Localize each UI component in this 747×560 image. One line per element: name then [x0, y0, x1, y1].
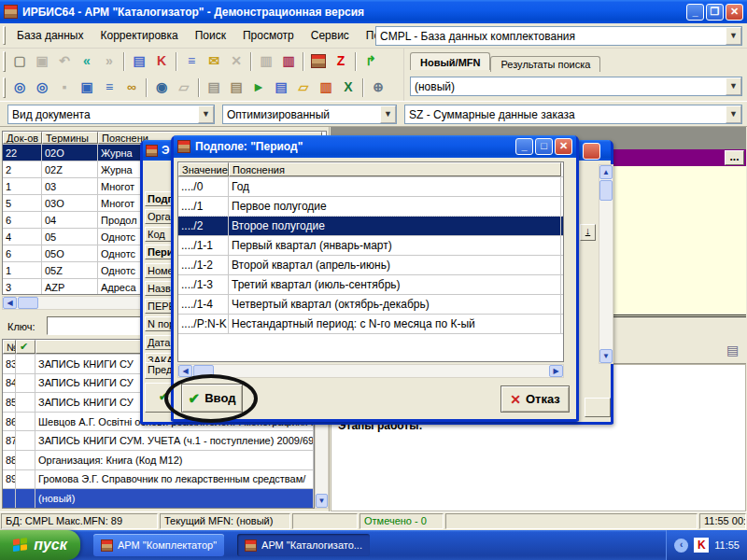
tree-icon[interactable]: ≡ — [180, 51, 203, 72]
close-button[interactable] — [583, 143, 600, 160]
format-combobox[interactable]: Оптимизированный ▼ — [222, 105, 397, 124]
menu-item[interactable]: Поиск — [187, 26, 234, 45]
menu-item[interactable]: Просмотр — [234, 26, 303, 45]
stage-print-icon[interactable]: ▤ — [726, 343, 739, 357]
kk-print-icon[interactable]: K — [150, 51, 173, 72]
z39-icon[interactable]: Z — [330, 51, 352, 72]
dialog-hscrollbar[interactable]: ◀ ▶ — [177, 364, 564, 378]
view-doc-icon[interactable]: ◎ — [8, 77, 31, 98]
table-row[interactable]: 88Организация: Книга (Код М12) — [3, 451, 314, 470]
scroll-left-icon[interactable]: ◀ — [3, 297, 17, 309]
menu-item[interactable]: База данных — [8, 26, 92, 45]
delete-icon[interactable]: ✕ — [225, 51, 247, 72]
dialog-table-row[interactable]: ..../0Год — [178, 177, 563, 197]
scroll-left-icon[interactable]: ◀ — [178, 365, 192, 377]
taskbar-app-button[interactable]: АРМ "Каталогизато... — [237, 534, 370, 556]
start-button[interactable]: пуск — [0, 530, 80, 560]
maximize-button[interactable]: □ — [535, 138, 553, 155]
excel-icon[interactable]: X — [337, 77, 359, 98]
book-gray-icon[interactable]: ▥ — [255, 51, 277, 72]
chart-icon[interactable]: ▥ — [315, 77, 337, 98]
field-row-label[interactable]: N пор — [145, 316, 174, 331]
field-row-label[interactable]: Орган — [145, 209, 174, 224]
chevron-down-icon[interactable]: ▼ — [726, 77, 741, 95]
undo-icon[interactable]: ↶ — [53, 51, 76, 72]
record-combobox[interactable]: (новый) ▼ — [410, 77, 742, 96]
back-icon[interactable]: « — [76, 51, 98, 72]
field-entry-vscrollbar[interactable]: ▲ ▼ — [599, 164, 613, 364]
dialog-table-row[interactable]: ..../2Второе полугодие — [178, 217, 563, 236]
scroll-down-icon[interactable]: ▼ — [599, 349, 613, 363]
close-button[interactable]: ✕ — [726, 4, 743, 21]
antivirus-tray-icon[interactable]: K — [694, 538, 709, 553]
tray-chevron-icon[interactable]: ‹ — [674, 539, 688, 553]
minimize-button[interactable]: _ — [686, 4, 704, 21]
table-row[interactable]: 87ЗАПИСЬ КНИГИ СУМ. УЧЕТА (ч.1 - поступл… — [3, 431, 314, 451]
dialog-titlebar[interactable]: Подполе: "Период" _ □ ✕ — [174, 135, 576, 158]
dialog-table-row[interactable]: ..../1-4Четвертый квартал (октябрь-декаб… — [178, 295, 563, 315]
view-off-icon[interactable]: ▪ — [53, 77, 76, 98]
chevron-down-icon[interactable]: ▼ — [726, 105, 741, 123]
field-row-label[interactable]: Назва — [145, 281, 174, 296]
send-icon[interactable]: ✉ — [203, 51, 225, 72]
scroll-up-icon[interactable]: ▲ — [599, 165, 613, 179]
database-combobox[interactable]: CMPL - База данных комплектования ▼ — [375, 26, 742, 46]
chevron-down-icon[interactable]: ▼ — [726, 27, 741, 45]
dialog-table-row[interactable]: ..../1-3Третий квартал (июль-сентябрь) — [178, 275, 563, 295]
save-icon[interactable]: ▣ — [31, 51, 53, 72]
chevron-down-icon[interactable]: ▼ — [198, 105, 214, 123]
cancel-button[interactable]: ✕ Отказ — [500, 385, 570, 413]
desktop: ИРБИС64 - АРМ "Каталогизатор" - Демонстр… — [0, 0, 747, 560]
table-row[interactable]: (новый) — [3, 489, 314, 509]
table-cell: ..../0 — [178, 177, 229, 196]
field-row-label[interactable]: Подп — [145, 191, 174, 206]
view-tree-icon[interactable]: ≡ — [98, 77, 120, 98]
folder-gray-icon[interactable]: ▱ — [173, 77, 195, 98]
period-values-table[interactable]: ЗначениеПояснения..../0Год..../1Первое п… — [177, 161, 564, 362]
table-cell: 83 — [3, 355, 16, 373]
doc-kind-combobox[interactable]: Вид документа ▼ — [7, 105, 215, 124]
eye-icon[interactable]: ◉ — [150, 77, 173, 98]
field-row-label[interactable]: Дата — [145, 335, 174, 350]
restore-button[interactable]: ❐ — [706, 4, 724, 21]
view-window-icon[interactable]: ▣ — [76, 77, 98, 98]
scroll-down-icon[interactable]: ▼ — [316, 494, 328, 508]
copy-record-icon[interactable]: ▤ — [128, 51, 150, 72]
field-row-label[interactable]: ПЕРЕЧ — [145, 299, 174, 314]
field-row-label[interactable]: Код — [145, 227, 174, 242]
value-dropdown-button[interactable]: ↓ — [580, 224, 596, 241]
new-record-icon[interactable]: ▢ — [8, 51, 31, 72]
field-ellipsis-button[interactable]: ... — [725, 150, 744, 165]
dialog-table-row[interactable]: ..../P:N-KНестандартный период: с N-го м… — [178, 315, 563, 334]
worksheet-combobox[interactable]: SZ - Суммарные данные заказа ▼ — [404, 105, 742, 124]
close-button[interactable]: ✕ — [555, 138, 572, 155]
view-docs-icon[interactable]: ◎ — [31, 77, 53, 98]
binoculars-icon[interactable]: ∞ — [120, 77, 143, 98]
scroll-right-icon[interactable]: ▶ — [549, 365, 563, 377]
minimize-button[interactable]: _ — [515, 138, 533, 155]
irbis-logo-icon[interactable] — [307, 51, 330, 72]
book-red-icon[interactable]: ▥ — [277, 51, 300, 72]
export-icon[interactable]: ► — [247, 77, 270, 98]
print-setup-icon[interactable]: ▤ — [225, 77, 247, 98]
table-row[interactable]: 89Громова Э.Г. Справочник по лекарственн… — [3, 470, 314, 490]
dialog-table-row[interactable]: ..../1Первое полугодие — [178, 197, 563, 217]
tab-search-results[interactable]: Результаты поиска — [490, 56, 600, 72]
exit-icon[interactable]: ↱ — [359, 51, 382, 72]
copy-pages-icon[interactable]: ▤ — [270, 77, 292, 98]
field-row-label[interactable]: Пери — [145, 245, 174, 259]
taskbar-app-button[interactable]: АРМ "Комплектатор" — [93, 534, 224, 556]
previous-button[interactable]: Пред — [145, 362, 174, 379]
dialog-table-row[interactable]: ..../1-2Второй квартал (апрель-июнь) — [178, 256, 563, 275]
dialog-table-row[interactable]: ..../1-1Первый квартал (январь-март) — [178, 236, 563, 256]
forward-icon[interactable]: » — [98, 51, 120, 72]
help-button-partial[interactable] — [585, 398, 611, 417]
tools-icon[interactable]: ⊕ — [367, 77, 389, 98]
menu-item[interactable]: Сервис — [303, 26, 358, 45]
folder-open-icon[interactable]: ▱ — [292, 77, 315, 98]
print-icon[interactable]: ▤ — [203, 77, 225, 98]
chevron-down-icon[interactable]: ▼ — [380, 105, 396, 123]
menu-item[interactable]: Корректировка — [92, 26, 186, 45]
field-row-label[interactable]: Номе — [145, 263, 174, 278]
tab-new-mfn[interactable]: Новый/MFN — [410, 52, 490, 70]
